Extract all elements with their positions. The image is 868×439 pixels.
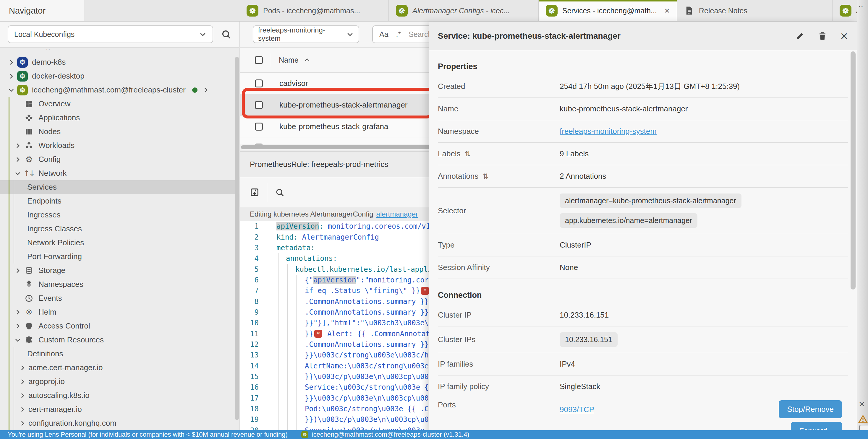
drawer-scrollbar[interactable] (850, 52, 856, 290)
drawer-row-label: Ports (438, 400, 456, 409)
tab-release-notes[interactable]: Release Notes (677, 0, 833, 21)
chevron-right-icon[interactable] (8, 59, 15, 66)
kubeconfig-selector[interactable]: Local Kubeconfigs (8, 25, 213, 43)
sidebar-item-label: argoproj.io (28, 377, 65, 386)
drawer-row-value: SingleStack (560, 382, 600, 391)
chevron-right-icon[interactable] (14, 323, 21, 330)
row-checkbox[interactable] (255, 79, 263, 88)
chevron-right-icon[interactable] (14, 142, 21, 149)
kubernetes-icon: ☸ (17, 57, 28, 68)
code-token: : (293, 233, 302, 241)
namespace-link[interactable]: freeleaps-monitoring-system (560, 127, 657, 136)
namespace-selector[interactable]: freeleaps-monitoring-system (253, 25, 359, 43)
code-token: }}\u003c/strong\u003e\u003c/h3 (305, 351, 433, 359)
sidebar-item-helm[interactable]: ☸Helm (0, 305, 239, 319)
indent-guide (287, 264, 288, 430)
sidebar-item-nodes[interactable]: Nodes (0, 125, 239, 139)
chevron-right-icon[interactable] (14, 309, 21, 316)
sidebar-item-services[interactable]: Services (0, 180, 239, 194)
row-checkbox[interactable] (255, 123, 263, 131)
chevron-right-icon[interactable] (19, 420, 26, 427)
close-tab-icon[interactable]: × (664, 6, 670, 15)
chevron-right-icon[interactable] (19, 392, 26, 399)
sidebar-item-events[interactable]: Events (0, 291, 239, 305)
edit-service-icon[interactable] (795, 31, 805, 41)
port-link[interactable]: 9093/TCP (560, 405, 641, 414)
line-number: 14 (240, 362, 267, 370)
sidebar-item-config[interactable]: ⚙Config (0, 153, 239, 166)
chevron-down-icon[interactable] (14, 336, 21, 344)
sidebar-item-label: Port Forwarding (27, 252, 82, 261)
line-number: 16 (240, 383, 267, 392)
chevron-right-icon[interactable] (19, 406, 26, 413)
name-column-header[interactable]: Name (279, 56, 299, 64)
config-gear-icon: ⚙ (24, 154, 34, 165)
chevron-right-icon[interactable] (14, 156, 21, 163)
sidebar-item-acme-cert-manager-io[interactable]: acme.cert-manager.io (0, 361, 239, 375)
warning-icon (858, 414, 868, 424)
sidebar-item-ingress-classes[interactable]: Ingress Classes (0, 222, 239, 236)
sidebar-item-autoscaling-k8s-io[interactable]: autoscaling.k8s.io (0, 389, 239, 402)
save-icon[interactable] (250, 188, 259, 197)
line-number: 1 (240, 222, 267, 230)
sidebar-item-access-control[interactable]: Access Control (0, 319, 239, 333)
sidebar-item-overview[interactable]: Overview (0, 97, 239, 111)
sidebar-item-cert-manager-io[interactable]: cert-manager.io (0, 402, 239, 416)
chevron-down-icon[interactable] (14, 170, 21, 177)
sidebar-item-network-policies[interactable]: Network Policies (0, 236, 239, 250)
chevron-right-icon[interactable] (19, 364, 26, 371)
line-number: 5 (240, 265, 267, 274)
chevron-down-icon[interactable] (8, 87, 15, 94)
delete-service-icon[interactable] (818, 31, 827, 41)
sidebar-item-demo-k8s[interactable]: ☸demo-k8s (0, 55, 239, 69)
code-token: monitoring.coreos.com/v1 (328, 222, 430, 230)
editor-toolbar-divider (267, 182, 267, 202)
regex-toggle[interactable]: .* (396, 30, 401, 39)
sidebar-item-workloads[interactable]: Workloads (0, 139, 239, 153)
tab-pods-icecheng-mathmas-[interactable]: ☸Pods - icecheng@mathmas... (240, 0, 389, 21)
sidebar-item-network[interactable]: ↑↓Network (0, 166, 239, 180)
sidebar-item-label: Helm (38, 308, 57, 317)
sort-toggle-icon[interactable]: ⇅ (465, 150, 471, 158)
sidebar-item-definitions[interactable]: Definitions (0, 347, 239, 361)
tab-alertmanager-configs-ice[interactable]: ☸Alertmanager Configs - icec... (389, 0, 539, 21)
sidebar-item-argoproj-io[interactable]: argoproj.io (0, 375, 239, 389)
line-number: 12 (240, 340, 267, 348)
document-icon (684, 6, 694, 16)
active-cluster-status[interactable]: ☸ icecheng@mathmast.com@freeleaps-cluste… (301, 431, 469, 438)
sidebar-item-label: Workloads (38, 141, 74, 150)
chevron-right-icon[interactable] (202, 87, 209, 94)
sidebar-item-storage[interactable]: Storage (0, 264, 239, 277)
sidebar-item-label: Ingress Classes (27, 224, 82, 233)
code-token: annotations (286, 255, 333, 263)
sidebar-item-icecheng-mathmast-com-freeleaps-cluster[interactable]: ☸icecheng@mathmast.com@freeleaps-cluster (0, 83, 239, 97)
search-icon[interactable] (221, 29, 231, 40)
notification-close-icon[interactable]: × (859, 398, 865, 410)
sidebar-item-configuration-konghq-com[interactable]: configuration.konghq.com (0, 416, 239, 430)
stop-remove-button[interactable]: Stop/Remove (779, 400, 842, 418)
sidebar-item-custom-resources[interactable]: Custom Resources (0, 333, 239, 347)
tab-services-icecheng-math-[interactable]: ☸Services - icecheng@math...× (539, 0, 677, 21)
code-token: : (333, 255, 337, 263)
sidebar-item-label: Events (38, 294, 62, 303)
editor-search-icon[interactable] (275, 188, 284, 197)
sidebar-item-ingresses[interactable]: Ingresses (0, 208, 239, 222)
sidebar-item-namespaces[interactable]: Namespaces (0, 277, 239, 291)
sidebar-scrollbar[interactable] (235, 57, 239, 420)
sidebar-item-port-forwarding[interactable]: Port Forwarding (0, 250, 239, 264)
close-drawer-icon[interactable]: × (840, 30, 848, 42)
chevron-right-icon[interactable] (19, 378, 26, 385)
chevron-right-icon[interactable] (14, 267, 21, 274)
sidebar-item-endpoints[interactable]: Endpoints (0, 194, 239, 208)
sidebar-item-applications[interactable]: Applications (0, 111, 239, 125)
sidebar-item-docker-desktop[interactable]: ☸docker-desktop (0, 69, 239, 83)
sidebar-item-label: icecheng@mathmast.com@freeleaps-cluster (32, 86, 186, 95)
match-case-toggle[interactable]: Aa (379, 30, 389, 39)
editing-resource-link[interactable]: alertmanager (376, 210, 418, 218)
drawer-row-label: Namespace (438, 127, 479, 136)
chevron-right-icon[interactable] (8, 73, 15, 80)
sort-ascending-icon[interactable] (304, 57, 310, 63)
sort-toggle-icon[interactable]: ⇅ (483, 172, 488, 180)
sidebar-item-label: Access Control (38, 322, 90, 331)
select-all-checkbox[interactable] (255, 56, 263, 64)
